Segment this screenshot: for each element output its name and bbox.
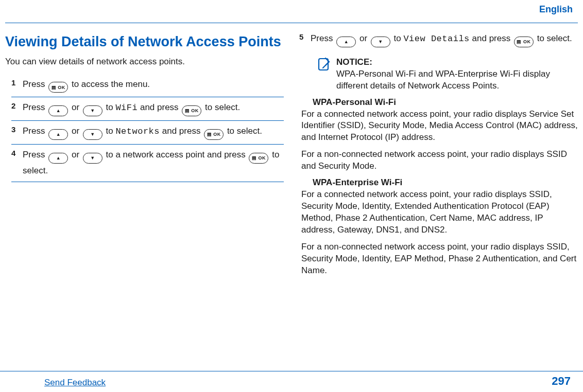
text: to [106,126,116,136]
notice-body: WPA-Personal Wi-Fi and WPA-Enterprise Wi… [336,69,550,91]
send-feedback-link[interactable]: Send Feedback [44,378,106,388]
text: and press [140,102,181,112]
text: to [106,102,116,112]
two-column-layout: Viewing Details of Network Access Points… [5,23,578,282]
step-number: 5 [299,31,311,47]
up-button-icon [48,129,68,140]
up-button-icon [336,37,356,47]
wpa-personal-p1: For a connected network access point, yo… [301,109,578,144]
text: or [72,126,82,136]
text: to select. [205,102,240,112]
notice-text: NOTICE: WPA-Personal Wi-Fi and WPA-Enter… [336,57,578,92]
text: to [394,33,404,43]
step-5: 5 Press or to View Details and press to … [299,28,578,51]
ok-button-icon [514,37,534,47]
step-3: 3 Press or to Networks and press to sele… [11,121,284,145]
text: Press [311,33,335,43]
text: or [359,33,370,43]
step-body: Press or to WiFi and press to select. [23,100,284,116]
step-4: 4 Press or to a network access point and… [11,145,284,182]
notice-label: NOTICE: [336,57,372,67]
text: Press [23,150,47,159]
ok-button-icon [249,153,268,164]
text: to select. [227,126,262,136]
text: to select. [537,33,572,43]
down-button-icon [83,129,102,140]
down-button-icon [371,37,390,47]
text: Press [23,126,47,136]
wpa-personal-term: WPA-Personal Wi-Fi [313,97,578,108]
wpa-enterprise-p2: For a non-connected network access point… [301,241,578,277]
right-column: 5 Press or to View Details and press to … [299,28,578,282]
text: Press [23,102,47,112]
step-body: Press or to Networks and press to select… [23,124,284,140]
text: or [72,102,82,112]
menu-item-code: WiFi [115,103,138,113]
text: or [72,150,82,159]
text: to a network access point and press [106,150,248,159]
ok-button-icon [204,129,224,140]
menu-item-code: Networks [115,127,160,136]
text: to access the menu. [72,79,150,89]
step-body: Press or to View Details and press to se… [311,31,578,47]
page-number: 297 [552,375,571,388]
step-number: 3 [11,124,23,140]
step-1: 1 Press to access the menu. [11,74,284,98]
wpa-personal-p2: For a non-connected network access point… [301,149,578,172]
wpa-enterprise-term: WPA-Enterprise Wi-Fi [313,177,578,188]
text: Press [23,79,47,89]
page-footer: Send Feedback 297 [0,371,583,392]
language-label: English [539,4,573,15]
step-number: 2 [11,100,23,116]
up-button-icon [48,105,68,116]
step-body: Press to access the menu. [23,77,284,93]
notice-icon [317,57,331,92]
step-body: Press or to a network access point and p… [23,148,284,177]
down-button-icon [83,153,102,164]
left-column: Viewing Details of Network Access Points… [5,28,284,282]
notice-block: NOTICE: WPA-Personal Wi-Fi and WPA-Enter… [317,57,578,92]
ok-button-icon [182,105,201,116]
wpa-enterprise-p1: For a connected network access point, yo… [301,189,578,236]
step-number: 1 [11,77,23,93]
text: and press [162,126,203,136]
down-button-icon [83,105,102,116]
document-page: English Viewing Details of Network Acces… [0,0,583,392]
ok-button-icon [48,82,68,93]
menu-item-code: View Details [403,34,469,44]
step-number: 4 [11,148,23,177]
up-button-icon [48,153,68,164]
intro-paragraph: You can view details of network access p… [5,56,284,68]
text: and press [472,33,513,43]
step-2: 2 Press or to WiFi and press to select. [11,97,284,121]
section-heading: Viewing Details of Network Access Points [5,33,284,51]
